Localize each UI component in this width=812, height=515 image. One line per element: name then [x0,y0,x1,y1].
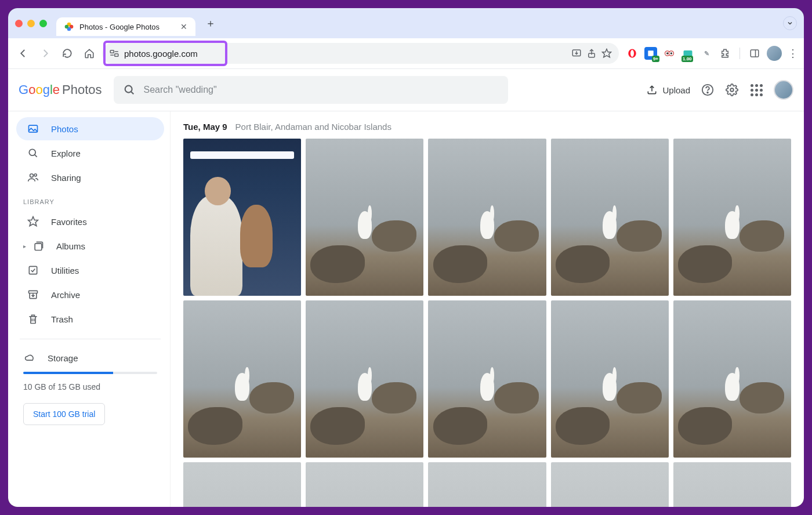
home-button[interactable] [80,44,99,63]
sidebar-item-label: Archive [51,290,80,300]
photo-thumbnail[interactable] [428,300,546,458]
sidebar-item-sharing[interactable]: Sharing [16,166,164,189]
svg-marker-11 [603,49,611,57]
site-settings-icon[interactable] [109,48,119,59]
photo-thumbnail[interactable] [428,139,546,296]
photo-thumbnail[interactable] [673,139,791,296]
chrome-menu-icon[interactable]: ⋮ [788,47,798,60]
side-panel-icon[interactable] [748,47,761,60]
help-icon[interactable] [701,83,715,97]
url-field[interactable]: photos.google.com [102,43,619,64]
sidebar-item-explore[interactable]: Explore [16,142,164,165]
svg-rect-4 [110,50,114,53]
storage-used-text: 10 GB of 15 GB used [13,378,168,396]
bookmark-icon[interactable] [601,48,612,59]
upload-label: Upload [662,85,690,95]
svg-line-24 [130,92,133,94]
extension-feather-icon[interactable]: ✎ [700,47,713,60]
tab-search-button[interactable] [783,16,797,30]
new-tab-button[interactable]: ＋ [202,15,219,31]
date-header: Tue, May 9 Port Blair, Andaman and Nicob… [183,122,791,132]
address-bar: photos.google.com 9+ 1.00 ✎ ⋮ [8,38,804,69]
albums-icon [32,240,45,252]
utilities-icon [27,264,39,276]
photo-thumbnail[interactable] [428,462,546,507]
window-controls [15,20,47,27]
profile-avatar-small[interactable] [767,46,782,61]
extensions-menu-icon[interactable] [719,47,731,60]
back-button[interactable] [14,44,32,63]
cloud-icon [23,352,36,364]
extension-zoom-icon[interactable]: 1.00 [682,47,694,60]
browser-tab[interactable]: Photos - Google Photos ✕ [56,17,195,36]
sidebar-item-trash[interactable]: Trash [16,307,164,331]
people-icon [27,172,39,183]
svg-point-28 [730,88,734,92]
share-icon[interactable] [586,48,597,59]
sidebar-item-favorites[interactable]: Favorites [16,210,164,233]
svg-point-32 [30,174,34,177]
photo-thumbnail[interactable] [551,300,669,458]
archive-icon [27,289,39,300]
sidebar-item-photos[interactable]: Photos [16,117,164,140]
photo-thumbnail[interactable] [183,462,301,507]
upload-icon [646,84,658,96]
sidebar: Photos Explore Sharing LIBRARY Favorites… [8,111,171,507]
tab-title: Photos - Google Photos [79,23,160,31]
google-photos-favicon [64,22,74,31]
upload-button[interactable]: Upload [646,84,690,96]
extension-eyes-icon[interactable] [663,47,676,60]
date-label[interactable]: Tue, May 9 [183,122,227,132]
logo-product-label: Photos [62,82,102,97]
search-icon [123,84,136,96]
google-apps-icon[interactable] [749,83,763,97]
toolbar-divider [740,48,740,59]
sidebar-item-label: Sharing [51,173,81,183]
extension-screenshot-icon[interactable]: 9+ [644,47,657,60]
close-tab-button[interactable]: ✕ [180,22,187,31]
start-trial-button[interactable]: Start 100 GB trial [23,403,105,425]
photo-thumbnail[interactable] [673,300,791,458]
sidebar-item-label: Favorites [51,217,87,227]
svg-rect-37 [29,291,38,293]
sidebar-item-label: Explore [51,148,81,158]
minimize-window-button[interactable] [27,20,35,27]
google-photos-logo[interactable]: Google Photos [19,82,102,97]
settings-icon[interactable] [725,83,739,97]
app-bar: Google Photos Upload [8,69,804,111]
svg-point-19 [670,52,672,54]
sidebar-item-label: Albums [56,241,85,251]
svg-marker-34 [28,217,38,226]
account-avatar[interactable] [774,80,793,100]
forward-button[interactable] [36,44,55,63]
search-input[interactable] [144,85,499,95]
photo-icon [27,123,39,135]
photo-thumbnail[interactable] [551,139,669,296]
photo-thumbnail[interactable] [306,300,423,458]
svg-point-27 [707,92,708,93]
photo-grid-area[interactable]: Tue, May 9 Port Blair, Andaman and Nicob… [171,111,804,507]
photo-thumbnail[interactable] [183,139,301,296]
reload-button[interactable] [58,44,77,63]
sidebar-item-utilities[interactable]: Utilities [16,259,164,282]
photo-thumbnail[interactable] [306,462,423,507]
sidebar-item-archive[interactable]: Archive [16,283,164,306]
extension-opera-icon[interactable] [626,47,639,60]
photo-thumbnail[interactable] [673,462,791,507]
maximize-window-button[interactable] [39,20,47,27]
photo-thumbnail[interactable] [306,139,423,296]
tab-strip: Photos - Google Photos ✕ ＋ [8,8,804,38]
svg-point-23 [125,86,132,93]
sidebar-item-storage[interactable]: Storage [13,347,168,368]
photo-thumbnail[interactable] [183,300,301,458]
svg-point-33 [34,174,37,176]
chevron-right-icon: ▸ [23,243,26,249]
star-icon [27,216,39,227]
location-label[interactable]: Port Blair, Andaman and Nicobar Islands [235,122,392,132]
close-window-button[interactable] [15,20,23,27]
search-bar[interactable] [114,76,508,104]
svg-rect-21 [751,50,759,57]
photo-thumbnail[interactable] [551,462,669,507]
sidebar-item-albums[interactable]: ▸ Albums [16,234,164,258]
install-app-icon[interactable] [571,48,582,59]
